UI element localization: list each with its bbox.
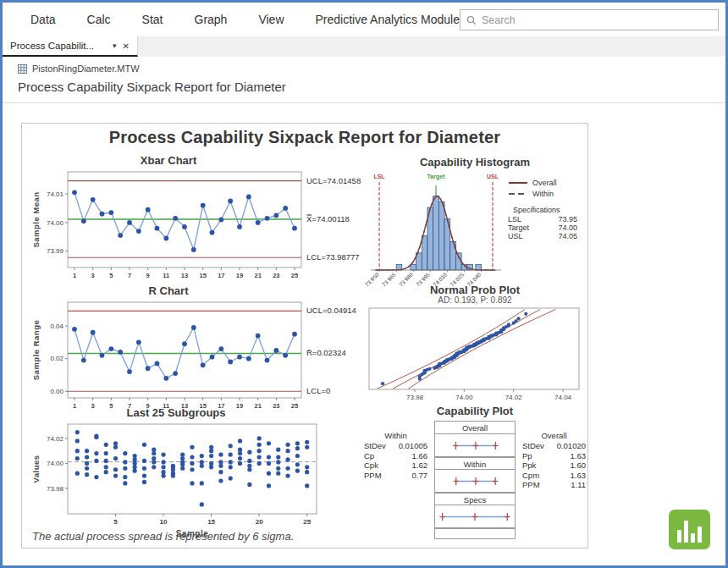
svg-text:11: 11 [163, 272, 169, 279]
legend-label: Overall [532, 179, 557, 187]
normal-prob-plot-subtitle: AD: 0.193, P: 0.892 [364, 295, 586, 305]
svg-text:74.04: 74.04 [554, 394, 572, 401]
subgroup-points [75, 430, 310, 507]
overall-stats-table-row: StDev0.01020 [522, 441, 586, 451]
r-chart-panel: R Chart 0.000.020.04Sample Range13579111… [29, 284, 367, 415]
search-input[interactable] [482, 14, 712, 26]
svg-text:15: 15 [207, 518, 215, 526]
svg-text:73.99: 73.99 [47, 247, 64, 255]
xbar-chart-canvas: 73.9974.0074.01Sample Mean13579111315171… [29, 167, 367, 281]
chevron-down-icon[interactable]: ▾ [113, 41, 117, 50]
last-25-subgroups-panel: Last 25 Subgroups 73.9874.0074.02Values5… [29, 406, 367, 549]
report-title: Process Capability Sixpack Report for Di… [22, 128, 587, 147]
capability-interval-column: OverallWithinSpecs [434, 421, 516, 539]
minitab-logo-button[interactable] [669, 510, 710, 549]
svg-text:74.00: 74.00 [47, 219, 64, 227]
xbar-chart-title: Xbar Chart [29, 154, 308, 167]
svg-text:Values: Values [31, 455, 41, 483]
within-stats-table-row: Cpk1.62 [364, 460, 427, 471]
histogram-bars [396, 196, 481, 270]
normal-prob-plot-canvas: 73.9874.0074.0274.04 [364, 305, 584, 406]
bar-chart-icon [684, 521, 688, 543]
legend-line-icon [508, 180, 528, 185]
svg-text:LSL: LSL [373, 174, 385, 179]
menu-item-graph[interactable]: Graph [195, 13, 228, 26]
normal-prob-plot-title: Normal Prob Plot [364, 284, 586, 296]
r-chart-title: R Chart [29, 284, 308, 297]
bar-chart-icon [691, 533, 695, 543]
capability-histogram-title: Capability Histogram [364, 156, 586, 168]
menu-item-data[interactable]: Data [30, 13, 56, 26]
capability-histogram-canvas: LSLUSLTarget73.95073.96573.98073.99574.0… [364, 170, 508, 297]
overall-stats-table-row: PPM1.11 [522, 480, 586, 490]
svg-text:0.00: 0.00 [50, 388, 63, 395]
within-stats-table-row: PPM0.77 [364, 471, 427, 481]
svg-text:X̿=74.00118: X̿=74.00118 [306, 214, 350, 223]
interval-header-within: Within [435, 457, 515, 470]
divider [3, 102, 725, 103]
svg-text:0.04: 0.04 [50, 323, 63, 330]
page-title: Process Capability Sixpack Report for Di… [18, 80, 725, 94]
search-box[interactable] [460, 9, 719, 30]
svg-text:17: 17 [218, 272, 224, 279]
capability-histogram-panel: Capability Histogram LSLUSLTarget73.9507… [364, 156, 586, 297]
svg-text:74.01: 74.01 [47, 190, 64, 198]
svg-text:21: 21 [254, 272, 261, 279]
histogram-legend: OverallWithinSpecificationsLSL73.95Targe… [508, 170, 584, 297]
svg-text:USL: USL [487, 174, 499, 179]
specifications-title: Specifications [508, 206, 584, 214]
bar-chart-icon [677, 530, 681, 543]
menu-item-stat[interactable]: Stat [142, 13, 163, 26]
svg-text:19: 19 [236, 272, 243, 279]
last-25-subgroups-canvas: 73.9874.0074.02Values510152025Sample [29, 419, 367, 546]
svg-text:5: 5 [109, 272, 113, 279]
specification-row: Target74.00 [508, 223, 584, 232]
last-25-subgroups-title: Last 25 Subgroups [29, 406, 323, 419]
specifications-block: SpecificationsLSL73.95Target74.00USL74.0… [508, 206, 584, 240]
within-stats-table-title: Within [364, 431, 427, 440]
svg-text:R̄=0.02324: R̄=0.02324 [306, 348, 346, 357]
svg-text:Sample Mean: Sample Mean [31, 191, 41, 247]
svg-text:5: 5 [113, 518, 118, 526]
within-stats-table: WithinStDev0.01005Cp1.66Cpk1.62PPM0.77 [364, 431, 427, 539]
svg-text:13: 13 [181, 272, 188, 279]
menu-item-view[interactable]: View [258, 13, 284, 26]
svg-text:LCL=73.98777: LCL=73.98777 [306, 252, 360, 262]
search-icon [466, 15, 477, 25]
legend-line-icon [508, 191, 528, 196]
interval-header-specs: Specs [435, 493, 515, 505]
overall-stats-table-row: Cpm1.63 [522, 471, 586, 481]
svg-text:UCL=74.01458: UCL=74.01458 [306, 176, 361, 185]
overall-stats-table: OverallStDev0.01020Pp1.63Ppk1.60Cpm1.63P… [522, 431, 586, 539]
legend-item-within: Within [508, 190, 584, 198]
svg-text:LCL=0: LCL=0 [306, 386, 330, 395]
menu-item-predictive-analytics-module[interactable]: Predictive Analytics Module [316, 13, 460, 26]
capability-plot-title: Capability Plot [364, 405, 586, 417]
legend-item-overall: Overall [508, 179, 584, 187]
worksheet-link[interactable]: PistonRingDiameter.MTW [18, 63, 725, 74]
app-window: Data Calc Stat Graph View Predictive Ana… [0, 0, 728, 568]
svg-text:74.02: 74.02 [47, 435, 64, 443]
interval-header-overall: Overall [435, 422, 515, 434]
interval-cell-specs [435, 505, 515, 528]
overall-stats-table-title: Overall [522, 431, 586, 440]
overall-stats-table-row: Ppk1.60 [522, 460, 586, 471]
within-stats-table-row: StDev0.01005 [364, 441, 427, 451]
specification-row: USL74.05 [508, 232, 584, 240]
bar-chart-icon [698, 527, 702, 543]
close-icon[interactable]: ✕ [123, 41, 130, 51]
worksheet-name: PistonRingDiameter.MTW [32, 63, 140, 74]
menu-item-calc[interactable]: Calc [87, 13, 111, 26]
svg-text:15: 15 [199, 272, 206, 279]
capability-plot-panel: Capability Plot WithinStDev0.01005Cp1.66… [364, 405, 586, 539]
tab-process-capability[interactable]: Process Capabilit... ▾ ✕ [3, 36, 138, 57]
capability-plot-body: WithinStDev0.01005Cp1.66Cpk1.62PPM0.77Ov… [364, 421, 586, 539]
svg-text:74.00: 74.00 [455, 394, 473, 401]
svg-text:Target: Target [427, 174, 446, 180]
r-chart-canvas: 0.000.020.04Sample Range1357911131517192… [29, 297, 367, 411]
svg-text:23: 23 [273, 272, 279, 279]
svg-text:73.98: 73.98 [406, 394, 424, 401]
legend-label: Within [532, 190, 554, 198]
normal-prob-plot-panel: Normal Prob Plot AD: 0.193, P: 0.892 73.… [364, 284, 586, 410]
svg-xbar-points [72, 190, 297, 251]
